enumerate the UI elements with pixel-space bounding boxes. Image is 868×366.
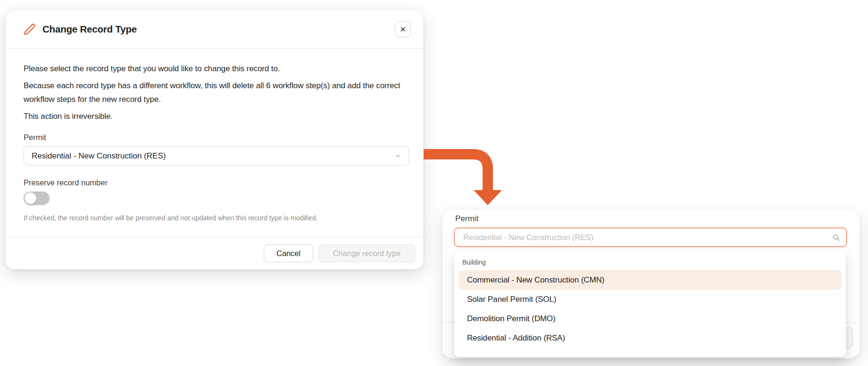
option-group-label: Building xyxy=(459,255,842,270)
record-type-dropdown-list: Building Commercial - New Construction (… xyxy=(454,251,846,357)
modal-footer: Cancel Change record type xyxy=(6,237,423,269)
record-type-select-value: Residential - New Construction (RES) xyxy=(32,151,166,161)
preserve-help-text: If checked, the record number will be pr… xyxy=(24,214,409,222)
preserve-record-number-label: Preserve record number xyxy=(24,178,409,187)
edit-pencil-icon xyxy=(24,23,36,35)
dropdown-option[interactable]: Residential - Addition (RSA) xyxy=(459,328,842,348)
cancel-button[interactable]: Cancel xyxy=(264,244,313,262)
chevron-down-icon xyxy=(394,152,402,160)
dropdown-preview-card: Permit Building Commercial - New Constru… xyxy=(442,210,860,358)
close-button[interactable]: ✕ xyxy=(395,21,411,37)
toggle-knob xyxy=(25,192,36,204)
record-type-select[interactable]: Residential - New Construction (RES) xyxy=(24,146,409,166)
dropdown-option[interactable]: Commercial - New Construction (CMN) xyxy=(459,270,842,290)
permit-field-label: Permit xyxy=(24,133,409,142)
modal-body: Please select the record type that you w… xyxy=(6,49,423,222)
change-record-type-button[interactable]: Change record type xyxy=(318,244,415,262)
record-type-search-field xyxy=(454,228,847,247)
permit-field-label-preview: Permit xyxy=(455,214,478,224)
dropdown-option[interactable]: Demolition Permit (DMO) xyxy=(459,309,842,328)
search-icon xyxy=(832,233,840,241)
workflow-warning-text: Because each record type has a different… xyxy=(24,79,409,106)
change-record-type-modal: Change Record Type ✕ Please select the r… xyxy=(6,10,423,269)
irreversible-text: This action is irreversible. xyxy=(24,109,409,123)
modal-title: Change Record Type xyxy=(42,24,137,35)
intro-text: Please select the record type that you w… xyxy=(24,62,409,75)
preserve-toggle[interactable] xyxy=(24,191,50,205)
annotation-arrow xyxy=(420,141,514,212)
modal-header: Change Record Type ✕ xyxy=(6,10,423,49)
record-type-search-input[interactable] xyxy=(462,233,832,242)
close-icon: ✕ xyxy=(400,25,406,34)
dropdown-option[interactable]: Solar Panel Permit (SOL) xyxy=(459,290,842,309)
